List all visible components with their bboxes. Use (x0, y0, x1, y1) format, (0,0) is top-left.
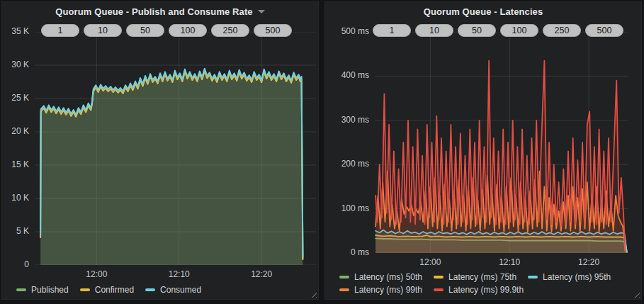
range-pill-row: 11050100250500 (373, 24, 623, 37)
legend-label: Confirmed (95, 285, 134, 295)
legend-row: Latency (ms) 50thLatency (ms) 75thLatenc… (339, 272, 611, 282)
chart-plot-area[interactable] (375, 32, 628, 253)
chart-legend: PublishedConfirmedConsumed (16, 285, 201, 295)
y-axis-tick-label: 400 ms (325, 70, 369, 80)
legend-item-latency-ms-50th[interactable]: Latency (ms) 50th (339, 272, 422, 282)
legend-swatch-icon (434, 276, 444, 278)
y-axis-tick-label: 30 K (2, 60, 29, 69)
range-pill-250[interactable]: 250 (543, 24, 581, 37)
legend-row: Latency (ms) 99thLatency (ms) 99.9th (339, 285, 611, 295)
legend-label: Latency (ms) 50th (354, 272, 422, 282)
y-axis-tick-label: 20 K (2, 126, 29, 136)
y-axis-tick-label: 0 ms (325, 247, 369, 257)
x-axis-tick-label: 12:00 (75, 269, 118, 279)
x-axis-tick-label: 12:00 (409, 257, 451, 267)
panel-title: Quorum Queue - Latencies (424, 6, 543, 17)
y-axis-tick-label: 25 K (2, 93, 29, 103)
y-axis-tick-label: 200 ms (325, 159, 369, 169)
legend-label: Latency (ms) 99th (354, 285, 422, 295)
legend-swatch-icon (16, 288, 26, 291)
y-axis-tick-label: 35 K (2, 26, 29, 36)
legend-swatch-icon (339, 276, 349, 278)
range-pill-1[interactable]: 1 (41, 24, 79, 37)
legend-item-published[interactable]: Published (16, 285, 69, 295)
y-axis-tick-label: 100 ms (325, 203, 369, 213)
range-pill-100[interactable]: 100 (500, 24, 538, 37)
chart-legend: Latency (ms) 50thLatency (ms) 75thLatenc… (339, 272, 611, 295)
panel-header[interactable]: Quorum Queue - Publish and Consume Rate (2, 2, 318, 21)
chevron-down-icon[interactable] (258, 10, 265, 13)
chart-canvas (35, 32, 316, 265)
range-pill-row: 11050100250500 (41, 24, 292, 37)
legend-item-latency-ms-99th[interactable]: Latency (ms) 99th (339, 285, 422, 295)
x-axis-tick-label: 12:20 (240, 269, 283, 279)
chart-canvas (375, 32, 628, 253)
legend-swatch-icon (434, 288, 444, 291)
range-pill-50[interactable]: 50 (458, 24, 496, 37)
legend-item-latency-ms-95th[interactable]: Latency (ms) 95th (528, 272, 611, 282)
panel-latencies: Quorum Queue - Latencies 11050100250500 … (324, 1, 642, 300)
y-axis-tick-label: 15 K (2, 159, 29, 169)
legend-label: Published (31, 285, 69, 295)
legend-item-latency-ms-99-9th[interactable]: Latency (ms) 99.9th (434, 285, 524, 295)
panel-resize-handle[interactable] (310, 291, 317, 298)
x-axis-tick-label: 12:10 (158, 269, 200, 279)
legend-label: Consumed (160, 285, 201, 295)
legend-swatch-icon (145, 288, 155, 291)
legend-swatch-icon (528, 276, 538, 278)
dashboard: Quorum Queue - Publish and Consume Rate … (0, 0, 644, 304)
range-pill-100[interactable]: 100 (169, 24, 207, 37)
range-pill-500[interactable]: 500 (585, 24, 623, 37)
y-axis-tick-label: 300 ms (325, 115, 369, 125)
series-consumed-area (40, 69, 303, 265)
legend-item-latency-ms-75th[interactable]: Latency (ms) 75th (434, 272, 516, 282)
legend-label: Latency (ms) 99.9th (448, 285, 524, 295)
y-axis-tick-label: 500 ms (325, 26, 369, 36)
chart-plot-area[interactable] (35, 32, 316, 265)
panel-resize-handle[interactable] (633, 291, 640, 298)
legend-label: Latency (ms) 95th (543, 272, 611, 282)
range-pill-1[interactable]: 1 (373, 24, 411, 37)
legend-item-confirmed[interactable]: Confirmed (80, 285, 134, 295)
panel-publish-consume-rate: Quorum Queue - Publish and Consume Rate … (1, 1, 319, 300)
range-pill-500[interactable]: 500 (254, 24, 292, 37)
range-pill-10[interactable]: 10 (415, 24, 453, 37)
range-pill-250[interactable]: 250 (211, 24, 249, 37)
range-pill-50[interactable]: 50 (126, 24, 164, 37)
x-axis-tick-label: 12:10 (488, 257, 531, 267)
legend-row: PublishedConfirmedConsumed (16, 285, 201, 295)
legend-item-consumed[interactable]: Consumed (145, 285, 201, 295)
x-axis-tick-label: 12:20 (567, 257, 610, 267)
legend-label: Latency (ms) 75th (448, 272, 516, 282)
y-axis-tick-label: 10 K (2, 193, 29, 203)
legend-swatch-icon (339, 288, 349, 291)
legend-swatch-icon (80, 288, 90, 291)
panel-title: Quorum Queue - Publish and Consume Rate (55, 6, 252, 17)
panel-header[interactable]: Quorum Queue - Latencies (325, 2, 641, 21)
y-axis-tick-label: 5 K (2, 226, 29, 236)
y-axis-tick-label: 0 (2, 259, 29, 269)
range-pill-10[interactable]: 10 (84, 24, 122, 37)
